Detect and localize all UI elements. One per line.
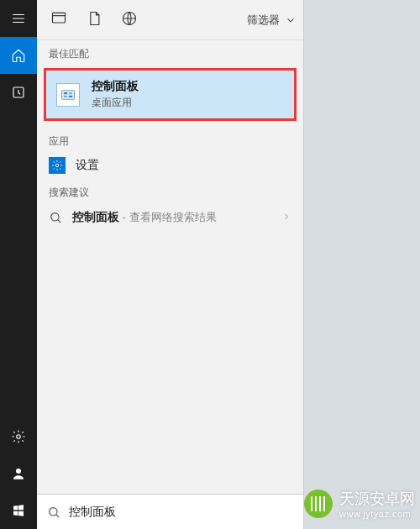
apps-caption: 应用 [37, 128, 303, 152]
settings-button[interactable] [0, 418, 37, 455]
recent-button[interactable] [0, 74, 37, 111]
best-match-caption: 最佳匹配 [37, 40, 303, 65]
scope-apps-button[interactable] [50, 10, 67, 30]
search-icon [49, 211, 62, 224]
best-match-text: 控制面板 桌面应用 [92, 79, 139, 110]
svg-rect-9 [69, 95, 73, 97]
svg-rect-5 [62, 90, 75, 99]
menu-button[interactable] [0, 0, 37, 37]
web-caption: 搜索建议 [37, 179, 303, 203]
document-icon [86, 10, 102, 27]
watermark-text: 天源安卓网 www.jytyaz.com [339, 489, 415, 519]
person-icon [11, 466, 26, 481]
chevron-right-icon [281, 212, 291, 222]
gear-icon [11, 429, 26, 444]
svg-point-12 [50, 507, 57, 515]
desktop-area: 天源安卓网 www.jytyaz.com [304, 0, 420, 529]
svg-rect-6 [64, 92, 68, 94]
home-icon [11, 48, 26, 63]
scope-web-button[interactable] [121, 10, 138, 30]
hamburger-icon [11, 11, 26, 26]
watermark: 天源安卓网 www.jytyaz.com [304, 489, 415, 519]
home-button[interactable] [0, 37, 37, 74]
web-suggestion-text: 控制面板 - 查看网络搜索结果 [72, 210, 217, 225]
web-suggestion-item[interactable]: 控制面板 - 查看网络搜索结果 [37, 203, 303, 232]
best-match-title: 控制面板 [92, 79, 139, 94]
svg-rect-7 [69, 92, 73, 94]
rail-spacer [0, 111, 37, 418]
control-panel-icon [56, 83, 80, 107]
best-match-item[interactable]: 控制面板 桌面应用 [44, 68, 297, 121]
search-icon [47, 505, 60, 519]
panel-spacer [37, 232, 303, 494]
chevron-down-icon [285, 14, 297, 26]
left-rail [0, 0, 37, 529]
svg-point-1 [17, 435, 21, 439]
svg-rect-8 [64, 95, 68, 97]
svg-rect-3 [53, 13, 66, 23]
start-button[interactable] [0, 492, 37, 529]
scope-row: 筛选器 [37, 0, 303, 40]
web-hint: - 查看网络搜索结果 [119, 211, 217, 223]
watermark-line2: www.jytyaz.com [339, 509, 415, 519]
filter-label: 筛选器 [247, 13, 280, 28]
apps-icon [50, 10, 67, 27]
globe-icon [121, 10, 138, 27]
settings-app-icon [49, 157, 66, 174]
clock-icon [11, 85, 26, 100]
settings-label: 设置 [76, 158, 99, 173]
best-match-subtitle: 桌面应用 [92, 96, 139, 110]
search-bar [37, 494, 303, 529]
account-button[interactable] [0, 455, 37, 492]
web-term: 控制面板 [72, 210, 119, 223]
svg-point-11 [51, 213, 59, 221]
search-input[interactable] [69, 505, 293, 519]
watermark-logo-icon [304, 490, 333, 518]
windows-icon [12, 504, 25, 517]
watermark-line1: 天源安卓网 [339, 490, 415, 507]
search-panel: 筛选器 最佳匹配 控制面板 桌面应用 应用 设置 搜索建议 控制面板 - 查看网… [37, 0, 304, 529]
svg-point-10 [55, 164, 59, 167]
web-expand[interactable] [281, 211, 291, 224]
svg-point-2 [16, 469, 21, 474]
settings-item[interactable]: 设置 [37, 152, 303, 179]
filter-dropdown[interactable]: 筛选器 [247, 13, 297, 28]
scope-documents-button[interactable] [86, 10, 102, 30]
